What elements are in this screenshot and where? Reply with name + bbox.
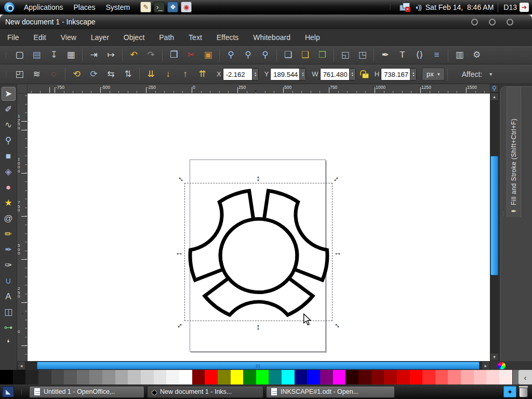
cms-adjust-icon[interactable]: ⚲ <box>490 84 499 92</box>
new-document-icon[interactable]: ▢ <box>12 48 26 62</box>
cd-burner-launcher-icon[interactable]: ◉ <box>181 2 192 12</box>
ellipse-tool[interactable]: ● <box>2 180 16 194</box>
3dbox-tool[interactable]: ◈ <box>2 165 16 179</box>
w-spinner[interactable]: ▴▾ <box>349 69 355 80</box>
open-document-icon[interactable]: ▤ <box>30 48 44 62</box>
palette-swatch-ff2a2a[interactable] <box>422 370 435 384</box>
h-spinner[interactable]: ▴▾ <box>410 69 416 80</box>
calligraphy-tool[interactable]: ✑ <box>2 258 16 272</box>
menu-path[interactable]: Path <box>152 30 181 45</box>
cut-icon[interactable]: ✂ <box>184 48 198 62</box>
scale-handle-bottom[interactable]: ↕ <box>256 322 260 331</box>
align-distribute-icon[interactable]: ≡ <box>430 48 444 62</box>
workspace-switcher[interactable]: ✦ <box>503 386 516 397</box>
palette-swatch-f4f4f4[interactable] <box>166 370 179 384</box>
raise-to-top-icon[interactable]: ⇈ <box>195 67 209 81</box>
palette-swatch-008080[interactable] <box>269 370 282 384</box>
palette-swatch-d4d4d4[interactable] <box>141 370 154 384</box>
trash-icon[interactable] <box>519 387 528 397</box>
color-wheel-icon[interactable] <box>498 362 506 369</box>
rectangle-tool[interactable]: ■ <box>2 149 16 163</box>
document-properties-icon[interactable]: ▥ <box>453 48 467 62</box>
scroll-up-arrow[interactable]: ▴ <box>490 92 499 101</box>
paint-bucket-tool[interactable]: ∪ <box>2 274 16 288</box>
save-document-icon[interactable]: ↧ <box>47 48 61 62</box>
hscroll-thumb[interactable]: ||| <box>37 362 480 369</box>
show-desktop-icon[interactable]: ◣ <box>2 386 14 397</box>
scale-handle-right[interactable]: ↔ <box>334 248 342 257</box>
affect-dropdown[interactable]: ▾ <box>489 71 492 77</box>
vscroll-thumb[interactable] <box>490 156 498 275</box>
selector-tool[interactable]: ➤ <box>2 87 16 101</box>
duplicate-icon[interactable]: ❏ <box>281 48 295 62</box>
undo-icon[interactable]: ↶ <box>127 48 141 62</box>
palette-swatch-000080[interactable] <box>295 370 308 384</box>
connector-tool[interactable]: ⊶ <box>2 321 16 335</box>
palette-swatch-909090[interactable] <box>102 370 115 384</box>
palette-swatch-c0c0c0[interactable] <box>128 370 141 384</box>
palette-swatch-ff0000[interactable] <box>410 370 423 384</box>
preferences-icon[interactable]: ⚙ <box>470 48 484 62</box>
palette-swatch-2b0000[interactable] <box>345 370 358 384</box>
palette-swatch-aa0000[interactable] <box>384 370 397 384</box>
palette-swatch-363636[interactable] <box>38 370 51 384</box>
menu-layer[interactable]: Layer <box>84 30 116 45</box>
palette-swatch-e4e4e4[interactable] <box>154 370 167 384</box>
select-all-icon[interactable]: ◰ <box>12 67 26 81</box>
logout-icon[interactable]: ➜ <box>520 3 529 12</box>
palette-swatch-d40000[interactable] <box>397 370 410 384</box>
unit-select[interactable]: px▾ <box>422 68 445 81</box>
applet-grip[interactable]: ⋮ <box>388 5 393 9</box>
scroll-down-arrow[interactable]: ▾ <box>490 353 499 361</box>
minimize-button[interactable] <box>471 19 478 25</box>
horizontal-scrollbar[interactable]: ◂ ||| ▸ <box>17 361 490 370</box>
taskbar-grip[interactable]: ⋮ <box>19 390 24 394</box>
task-button-2[interactable]: ◆New document 1 - Inks... <box>147 386 263 398</box>
ungroup-objects-icon[interactable]: ◳ <box>355 48 369 62</box>
palette-swatch-000000[interactable] <box>0 370 13 384</box>
flip-horizontal-icon[interactable]: ⇆ <box>104 67 118 81</box>
palette-swatch-121212[interactable] <box>13 370 26 384</box>
diagram-tool[interactable]: ◫ <box>2 305 16 319</box>
palette-swatch-ff00ff[interactable] <box>333 370 346 384</box>
maximize-button[interactable] <box>489 19 496 25</box>
vertical-scrollbar[interactable]: ⚲ ▴ ▾ <box>490 84 499 361</box>
palette-swatch-ffaaaa[interactable] <box>461 370 474 384</box>
y-input[interactable]: 189.544 ▴▾ <box>270 68 306 81</box>
unlink-clone-icon[interactable]: ❒ <box>315 48 329 62</box>
lock-ratio-icon[interactable] <box>362 73 369 78</box>
scale-handle-left[interactable]: ↔ <box>176 248 183 257</box>
x-spinner[interactable]: ▴▾ <box>252 69 258 80</box>
menu-help[interactable]: Help <box>298 30 327 45</box>
dropper-tool[interactable]: ❛ <box>2 336 16 350</box>
terminal-launcher-icon[interactable]: ›_ <box>154 2 165 12</box>
palette-swatch-008000[interactable] <box>243 370 256 384</box>
palette-swatch-00ff00[interactable] <box>256 370 269 384</box>
text-dialog-icon[interactable]: T <box>395 48 409 62</box>
zoom-page-icon[interactable]: ⚲ <box>258 48 272 62</box>
menu-text[interactable]: Text <box>181 30 209 45</box>
flip-vertical-icon[interactable]: ⇅ <box>121 67 135 81</box>
window-titlebar[interactable]: New document 1 - Inkscape <box>0 15 532 29</box>
palette-swatch-800080[interactable] <box>320 370 333 384</box>
palette-swatch-800000[interactable] <box>371 370 384 384</box>
volume-icon[interactable]: ◖)) <box>415 4 421 11</box>
paste-icon[interactable]: ▣ <box>201 48 215 62</box>
menu-places[interactable]: Places <box>69 1 101 14</box>
spiral-tool[interactable]: @ <box>2 211 16 225</box>
palette-swatch-0000ff[interactable] <box>307 370 320 384</box>
distro-logo-icon[interactable] <box>4 2 15 12</box>
menu-applications[interactable]: Applications <box>19 1 69 14</box>
toolbar-grip[interactable]: ⋮ <box>3 52 9 57</box>
palette-swatch-5a5a5a[interactable] <box>64 370 77 384</box>
palette-swatch-484848[interactable] <box>51 370 64 384</box>
raise-one-step-icon[interactable]: ↑ <box>178 67 192 81</box>
palette-swatch-ffeaea[interactable] <box>499 370 512 384</box>
x-input[interactable]: -2.162 ▴▾ <box>223 68 259 81</box>
palette-swatch-550000[interactable] <box>358 370 371 384</box>
rotate-cw-icon[interactable]: ⟳ <box>87 67 101 81</box>
redo-icon[interactable]: ↷ <box>144 48 158 62</box>
palette-swatch-800000[interactable] <box>192 370 205 384</box>
export-document-icon[interactable]: ↦ <box>104 48 118 62</box>
menu-file[interactable]: File <box>0 30 26 45</box>
